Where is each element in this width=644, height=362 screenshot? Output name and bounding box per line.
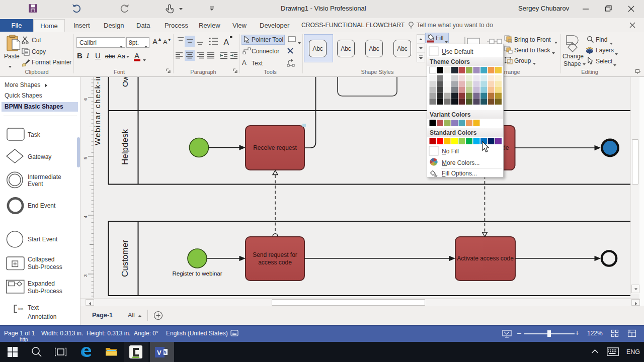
svg-text:Receive request: Receive request [253, 144, 297, 151]
svg-text:Register to webinar: Register to webinar [172, 270, 222, 277]
svg-text:Expanded: Expanded [28, 280, 55, 287]
svg-text:No Fill: No Fill [442, 148, 459, 155]
svg-text:A: A [223, 38, 229, 47]
svg-text:Text: Text [28, 304, 39, 311]
svg-text:Activate access code: Activate access code [457, 255, 514, 262]
svg-text:Sub-Process: Sub-Process [28, 263, 62, 270]
svg-text:access code: access code [258, 259, 292, 266]
svg-text:Owner: Owner [121, 77, 129, 87]
svg-text:V: V [157, 349, 162, 356]
svg-text:Collapsed: Collapsed [28, 256, 54, 263]
svg-text:Webinar check-in: Webinar check-in [93, 77, 102, 145]
svg-text:Text: Text [18, 307, 23, 310]
svg-text:Start Event: Start Event [28, 236, 58, 243]
svg-text:Intermediate: Intermediate [28, 173, 61, 180]
svg-text:Gateway: Gateway [28, 153, 51, 160]
svg-text:Annotation: Annotation [28, 313, 56, 320]
svg-text:Use Default: Use Default [442, 48, 473, 55]
svg-text:Send request for: Send request for [253, 251, 297, 258]
svg-text:Event: Event [28, 180, 43, 188]
svg-text:Sub-Process: Sub-Process [28, 288, 62, 295]
svg-text:Customer: Customer [120, 240, 130, 277]
svg-text:3: 3 [83, 275, 88, 277]
svg-text:Helpdesk: Helpdesk [120, 129, 130, 165]
svg-text:End Event: End Event [28, 202, 56, 209]
svg-text:Theme Colors: Theme Colors [430, 58, 470, 65]
svg-text:5: 5 [83, 157, 88, 159]
svg-text:4: 4 [83, 216, 88, 218]
svg-text:Standard Colors: Standard Colors [430, 129, 477, 136]
svg-text:Fill Options...: Fill Options... [442, 170, 477, 177]
svg-text:6: 6 [83, 98, 88, 101]
svg-text:More Colors...: More Colors... [442, 159, 479, 166]
svg-text:Variant Colors: Variant Colors [430, 111, 471, 118]
svg-text:Task: Task [28, 131, 41, 138]
